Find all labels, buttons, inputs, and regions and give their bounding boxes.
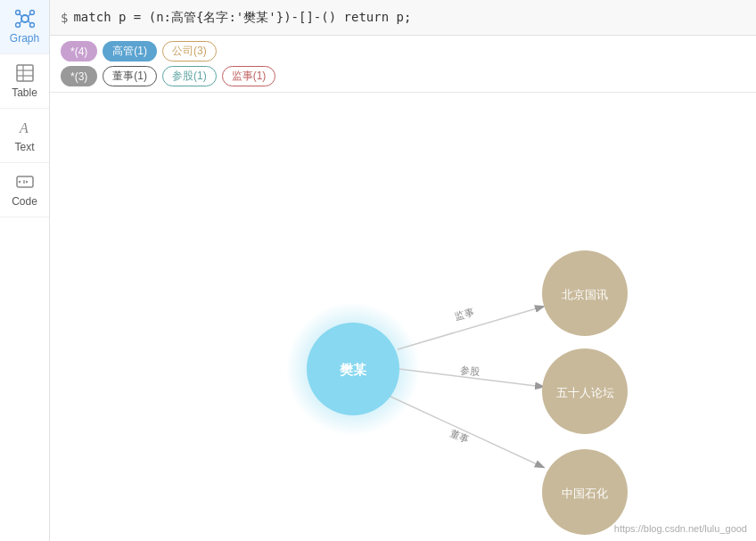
sidebar-item-text-label: Text: [14, 141, 34, 153]
sidebar-item-text[interactable]: A Text: [0, 109, 49, 163]
edge-label-cangu: 参股: [460, 365, 481, 377]
table-icon: [15, 63, 35, 83]
svg-rect-9: [17, 65, 33, 81]
sidebar-item-code[interactable]: Code: [0, 163, 49, 217]
sidebar-item-table[interactable]: Table: [0, 54, 49, 109]
tag-cangu[interactable]: 参股(1): [162, 66, 217, 86]
tag-rel-count[interactable]: *(3): [61, 66, 97, 86]
node-sinopec-label: 中国石化: [562, 487, 608, 500]
edge-dongshi: [389, 396, 543, 467]
edge-label-jianshi: 监事: [454, 307, 475, 322]
query-bar: $ match p = (n:高管{名字:'樊某'})-[]-() return…: [50, 0, 756, 36]
tag-row-2: *(3) 董事(1) 参股(1) 监事(1): [61, 66, 745, 86]
watermark: https://blog.csdn.net/lulu_good: [614, 523, 747, 534]
svg-line-8: [28, 21, 30, 24]
edge-label-dongshi: 董事: [448, 428, 471, 445]
node-beijing-label: 北京国讯: [562, 288, 608, 301]
tag-all-count[interactable]: *(4): [61, 41, 97, 61]
tag-dongshi[interactable]: 董事(1): [103, 66, 157, 86]
svg-line-7: [20, 21, 22, 24]
code-icon: [15, 172, 35, 192]
sidebar-item-graph-label: Graph: [10, 32, 39, 45]
query-dollar: $: [61, 11, 68, 25]
graph-svg: 监事 参股 董事 樊某 北京国讯 五十人论坛 中国石化: [50, 93, 756, 541]
graph-area[interactable]: 监事 参股 董事 樊某 北京国讯 五十人论坛 中国石化 https://blog…: [50, 93, 756, 541]
graph-icon: [15, 9, 35, 29]
sidebar-item-graph[interactable]: Graph: [0, 0, 49, 54]
tag-row-1: *(4) 高管(1) 公司(3): [61, 41, 745, 61]
node-wushi-label: 五十人论坛: [556, 386, 614, 399]
svg-text:A: A: [19, 120, 29, 135]
svg-point-3: [15, 23, 20, 28]
svg-point-4: [29, 23, 34, 28]
tag-bar: *(4) 高管(1) 公司(3) *(3) 董事(1) 参股(1) 监事(1): [50, 36, 756, 93]
svg-line-5: [20, 14, 22, 17]
svg-point-2: [29, 11, 34, 15]
tag-gaoguan[interactable]: 高管(1): [103, 41, 157, 61]
sidebar: Graph Table A Text Code: [0, 0, 50, 541]
svg-line-6: [28, 14, 30, 17]
query-text: match p = (n:高管{名字:'樊某'})-[]-() return p…: [73, 10, 411, 26]
sidebar-item-table-label: Table: [12, 86, 37, 99]
sidebar-item-code-label: Code: [12, 195, 37, 208]
svg-line-16: [19, 182, 21, 183]
main-panel: $ match p = (n:高管{名字:'樊某'})-[]-() return…: [50, 0, 756, 541]
svg-line-19: [26, 182, 28, 183]
node-fan-label: 樊某: [339, 362, 367, 377]
tag-jianshi[interactable]: 监事(1): [222, 66, 276, 86]
svg-point-1: [15, 11, 20, 15]
tag-gongsi[interactable]: 公司(3): [162, 41, 217, 61]
svg-point-0: [21, 15, 29, 22]
text-icon: A: [15, 118, 35, 137]
